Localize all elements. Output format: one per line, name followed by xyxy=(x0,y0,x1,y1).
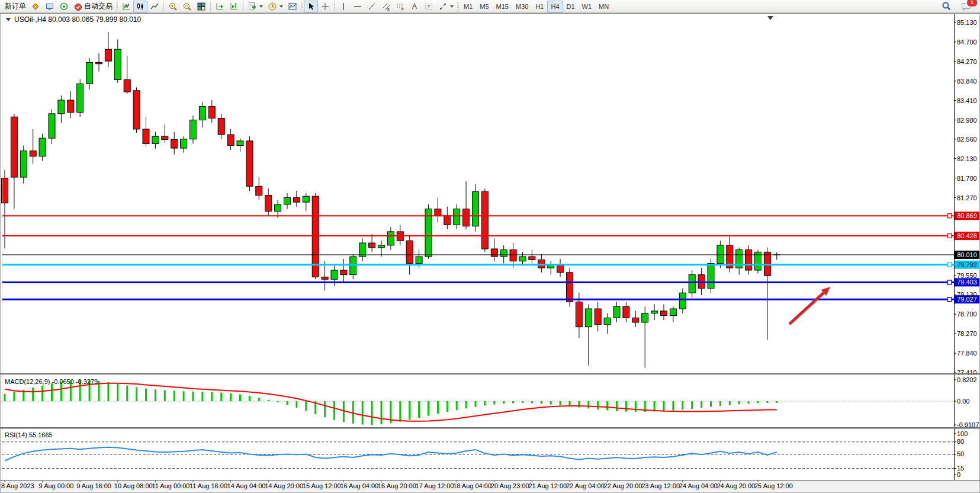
time-label: 16 Aug 04:00 xyxy=(340,482,378,489)
candle-body xyxy=(595,309,601,325)
text-button[interactable]: A xyxy=(407,1,422,12)
zoom-in-button[interactable] xyxy=(166,1,180,12)
macd-histogram-bar xyxy=(484,401,486,405)
text-label-button[interactable]: T xyxy=(422,1,436,12)
crosshair-button[interactable] xyxy=(318,1,332,12)
chart-canvas[interactable]: 80.86980.42879.79279.40379.02780.01085.1… xyxy=(0,0,980,493)
chart-shift-button[interactable] xyxy=(227,1,241,12)
level-line-handle[interactable] xyxy=(947,297,952,302)
zoom-out-button[interactable] xyxy=(180,1,194,12)
macd-histogram-bar xyxy=(475,401,477,407)
time-label: 18 Aug 04:00 xyxy=(453,482,491,489)
candle-body xyxy=(689,275,695,293)
chart-shift-icon xyxy=(229,2,239,11)
toolbar-grip xyxy=(301,2,303,11)
timeframe-m5-button[interactable]: M5 xyxy=(476,1,492,12)
timeframe-h1-button[interactable]: H1 xyxy=(532,1,547,12)
candle-body xyxy=(463,209,470,226)
macd-histogram-bar xyxy=(719,401,721,406)
cursor-icon xyxy=(306,2,316,11)
line-chart-button[interactable] xyxy=(147,1,162,12)
candlestick-chart-button[interactable] xyxy=(133,1,147,12)
price-tick-label: 77.840 xyxy=(957,350,977,357)
auto-trading-button[interactable]: 自动交易 xyxy=(71,1,115,12)
time-label: 23 Aug 12:00 xyxy=(641,482,680,489)
candle-body xyxy=(378,245,385,248)
timeframe-w1-button[interactable]: W1 xyxy=(579,1,596,12)
candle-body xyxy=(481,192,488,249)
toolbar-grip xyxy=(116,2,118,11)
notifications-button[interactable]: 1 xyxy=(959,1,974,12)
tile-windows-button[interactable] xyxy=(194,1,208,12)
toolbar-separator xyxy=(334,2,335,11)
periods-clock-icon xyxy=(268,2,277,11)
candle-body xyxy=(340,270,347,275)
search-button[interactable] xyxy=(939,1,954,12)
candle-body xyxy=(20,151,27,177)
candle-body xyxy=(237,141,243,146)
time-label: 15 Aug 12:00 xyxy=(303,482,341,489)
price-tick-label: 79.130 xyxy=(957,291,977,298)
data-window-button[interactable] xyxy=(43,1,57,12)
macd-histogram-bar xyxy=(107,382,109,401)
level-line-handle[interactable] xyxy=(947,214,952,218)
timeframe-mn-button[interactable]: MN xyxy=(595,1,612,12)
macd-histogram-bar xyxy=(381,401,383,424)
candle-body xyxy=(473,192,479,226)
chart-settings-button[interactable] xyxy=(285,1,300,12)
current-price-badge-label: 80.010 xyxy=(957,251,977,258)
candle-body xyxy=(576,302,582,327)
trendline-button[interactable] xyxy=(365,1,379,12)
candle-body xyxy=(623,306,629,318)
level-line-handle[interactable] xyxy=(947,280,952,284)
timeframe-h4-button[interactable]: H4 xyxy=(547,1,563,12)
fibonacci-button[interactable]: F xyxy=(393,1,407,12)
add-indicator-button[interactable] xyxy=(245,1,265,12)
signals-icon xyxy=(59,2,69,11)
macd-label: MACD(12,26,9) -0.0650 -0.3279 xyxy=(5,378,98,385)
macd-histogram-bar xyxy=(183,391,185,401)
macd-histogram-bar xyxy=(287,401,288,405)
level-line-handle[interactable] xyxy=(947,262,952,267)
time-label: 25 Aug 12:00 xyxy=(754,482,793,489)
macd-histogram-bar xyxy=(587,401,589,408)
horizontal-line-button[interactable] xyxy=(351,1,365,12)
macd-histogram-bar xyxy=(155,389,156,401)
rsi-tick-label: 0 xyxy=(957,471,960,478)
vertical-line-button[interactable] xyxy=(336,1,351,12)
candle-body xyxy=(416,257,422,263)
macd-histogram-bar xyxy=(192,392,194,401)
timeframe-label: D1 xyxy=(567,3,575,10)
macd-histogram-bar xyxy=(32,388,34,401)
auto-trading-label: 自动交易 xyxy=(84,1,113,11)
new-order-button[interactable]: 新订单 xyxy=(2,1,28,12)
timeframe-m30-button[interactable]: M30 xyxy=(512,1,532,12)
level-badge-label: 80.869 xyxy=(957,212,977,219)
candle-body xyxy=(86,62,93,84)
auto-scroll-icon xyxy=(215,2,224,11)
toolbar-grip xyxy=(457,2,459,11)
level-line-handle[interactable] xyxy=(947,233,952,238)
equidistant-channel-button[interactable]: E xyxy=(379,1,393,12)
timeframe-m15-button[interactable]: M15 xyxy=(493,1,512,12)
candle-body xyxy=(133,91,140,129)
bar-chart-button[interactable] xyxy=(119,1,133,12)
auto-scroll-button[interactable] xyxy=(213,1,227,12)
candle-body xyxy=(387,232,394,245)
timeframe-d1-button[interactable]: D1 xyxy=(563,1,579,12)
macd-histogram-bar xyxy=(710,401,712,407)
chart-background xyxy=(0,13,980,493)
signals-button[interactable] xyxy=(57,1,71,12)
macd-histogram-bar xyxy=(117,384,118,401)
candle-body xyxy=(58,100,65,114)
toolbar-separator xyxy=(243,2,243,11)
price-tick-label: 77.410 xyxy=(957,369,977,376)
periods-caret xyxy=(279,5,283,8)
arrows-tool-button[interactable] xyxy=(436,1,456,12)
cursor-button[interactable] xyxy=(304,1,318,12)
periods-button[interactable] xyxy=(265,1,285,12)
timeframe-m1-button[interactable]: M1 xyxy=(460,1,476,12)
market-watch-button[interactable] xyxy=(28,1,43,12)
macd-histogram-bar xyxy=(324,401,326,417)
tile-windows-icon xyxy=(197,2,206,11)
